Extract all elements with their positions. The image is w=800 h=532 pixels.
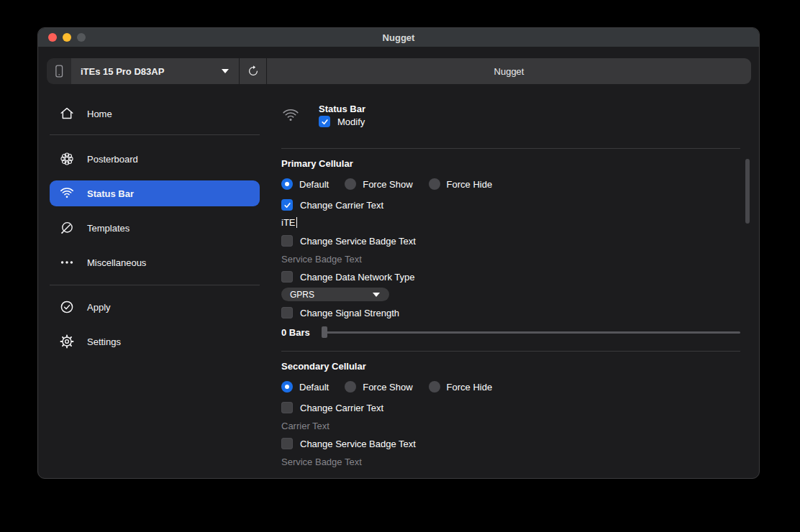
carrier-text-input[interactable]: iTE — [281, 216, 740, 229]
modify-checkbox-row: Modify — [319, 115, 365, 128]
change-service-badge-label: Change Service Badge Text — [300, 236, 416, 247]
device-icon-segment — [47, 58, 71, 84]
radio-label: Force Show — [363, 382, 412, 393]
sidebar: Home Posterboard — [47, 97, 271, 354]
traffic-lights — [48, 33, 86, 42]
vertical-scrollbar[interactable] — [745, 159, 750, 224]
modify-checkbox[interactable] — [319, 116, 330, 127]
pencil-circle-icon — [58, 219, 76, 237]
radio-option-force-hide[interactable]: Force Hide — [429, 178, 493, 190]
primary-change-network-row: Change Data Network Type — [281, 270, 740, 283]
sidebar-item-status-bar[interactable]: Status Bar — [50, 180, 260, 206]
section-divider — [281, 351, 740, 352]
radio-label: Force Hide — [447, 382, 493, 393]
modify-label: Modify — [337, 116, 365, 127]
change-service-badge-checkbox[interactable] — [281, 235, 293, 247]
primary-change-badge-row: Change Service Badge Text — [281, 234, 740, 247]
section-divider — [281, 148, 740, 149]
radio-selected[interactable] — [281, 381, 293, 393]
signal-strength-slider[interactable] — [322, 326, 740, 339]
slider-track[interactable] — [322, 331, 740, 334]
text-cursor — [296, 217, 298, 228]
sidebar-item-settings[interactable]: Settings — [50, 329, 260, 354]
radio-option-force-show[interactable]: Force Show — [345, 381, 412, 393]
device-selector-dropdown[interactable]: iTEs 15 Pro D83AP — [71, 58, 239, 84]
radio-unselected[interactable] — [429, 178, 440, 190]
change-signal-strength-checkbox[interactable] — [281, 307, 293, 318]
radio-label: Default — [299, 382, 329, 393]
main-content: Status Bar Modify Primary Cellular Defau… — [281, 100, 740, 468]
service-badge-placeholder: Service Badge Text — [281, 457, 362, 467]
data-network-type-dropdown[interactable]: GPRS — [281, 288, 389, 301]
data-network-type-value: GPRS — [290, 290, 314, 300]
carrier-text-placeholder: Carrier Text — [281, 421, 329, 431]
refresh-button[interactable] — [240, 58, 266, 84]
sidebar-item-label: Status Bar — [87, 188, 134, 199]
primary-change-carrier-row: Change Carrier Text — [281, 198, 740, 211]
radio-selected[interactable] — [281, 178, 293, 190]
secondary-change-carrier-row: Change Carrier Text — [281, 401, 740, 414]
primary-visibility-radio-group: Default Force Show Force Hide — [281, 178, 740, 191]
posterboard-icon — [58, 150, 76, 168]
service-badge-input[interactable]: Service Badge Text — [281, 252, 740, 265]
app-window: Nugget iTEs 15 Pro D83AP — [37, 27, 760, 479]
sidebar-item-label: Miscellaneous — [87, 257, 146, 268]
radio-unselected[interactable] — [345, 381, 356, 393]
sidebar-item-label: Templates — [87, 223, 129, 234]
close-button[interactable] — [48, 33, 57, 42]
change-data-network-checkbox[interactable] — [281, 271, 293, 283]
sidebar-item-home[interactable]: Home — [50, 101, 260, 127]
secondary-cellular-title: Secondary Cellular — [281, 359, 740, 372]
toolbar: iTEs 15 Pro D83AP Nugget — [47, 58, 751, 84]
carrier-text-value: iTE — [281, 217, 296, 228]
primary-cellular-title: Primary Cellular — [281, 157, 740, 170]
ellipsis-icon — [58, 254, 76, 271]
radio-option-force-show[interactable]: Force Show — [345, 178, 412, 190]
toolbar-header-title: Nugget — [494, 66, 524, 77]
sidebar-item-label: Posterboard — [87, 154, 138, 165]
signal-strength-slider-row: 0 Bars — [281, 326, 740, 339]
toolbar-header: Nugget — [267, 58, 751, 84]
check-circle-icon — [58, 298, 76, 316]
minimize-button[interactable] — [63, 33, 71, 42]
home-icon — [58, 105, 76, 122]
radio-unselected[interactable] — [345, 178, 356, 190]
radio-option-default[interactable]: Default — [281, 178, 329, 190]
change-carrier-label: Change Carrier Text — [300, 403, 383, 413]
wifi-icon — [281, 109, 299, 134]
change-service-badge-checkbox[interactable] — [281, 438, 293, 449]
change-data-network-label: Change Data Network Type — [300, 272, 414, 283]
signal-strength-value-label: 0 Bars — [281, 327, 311, 338]
sidebar-item-templates[interactable]: Templates — [50, 215, 260, 241]
radio-label: Default — [299, 179, 329, 190]
secondary-visibility-radio-group: Default Force Show Force Hide — [281, 380, 740, 393]
radio-option-force-hide[interactable]: Force Hide — [429, 381, 493, 393]
primary-change-signal-row: Change Signal Strength — [281, 306, 740, 319]
titlebar[interactable]: Nugget — [38, 28, 759, 47]
sidebar-item-label: Apply — [87, 302, 111, 313]
chevron-down-icon — [221, 68, 229, 74]
phone-icon — [51, 63, 67, 80]
refresh-icon — [247, 65, 260, 78]
wifi-icon — [58, 185, 76, 202]
chevron-down-icon — [372, 292, 381, 298]
page-header: Status Bar Modify — [281, 100, 740, 134]
sidebar-item-posterboard[interactable]: Posterboard — [50, 146, 260, 172]
sidebar-item-apply[interactable]: Apply — [50, 294, 260, 320]
change-carrier-checkbox[interactable] — [281, 199, 293, 211]
radio-unselected[interactable] — [429, 381, 440, 393]
sidebar-divider — [50, 134, 260, 135]
secondary-badge-input[interactable]: Service Badge Text — [281, 455, 740, 468]
sidebar-divider — [50, 285, 260, 285]
zoom-button[interactable] — [77, 33, 86, 42]
gear-icon — [58, 333, 76, 350]
sidebar-item-label: Home — [87, 109, 112, 119]
change-carrier-checkbox[interactable] — [281, 402, 293, 413]
secondary-carrier-input[interactable]: Carrier Text — [281, 419, 740, 432]
sidebar-item-miscellaneous[interactable]: Miscellaneous — [50, 249, 260, 275]
slider-thumb[interactable] — [322, 326, 327, 338]
device-selector-label: iTEs 15 Pro D83AP — [81, 66, 164, 77]
radio-option-default[interactable]: Default — [281, 381, 329, 393]
page-title: Status Bar — [319, 100, 365, 112]
change-carrier-label: Change Carrier Text — [300, 200, 383, 211]
